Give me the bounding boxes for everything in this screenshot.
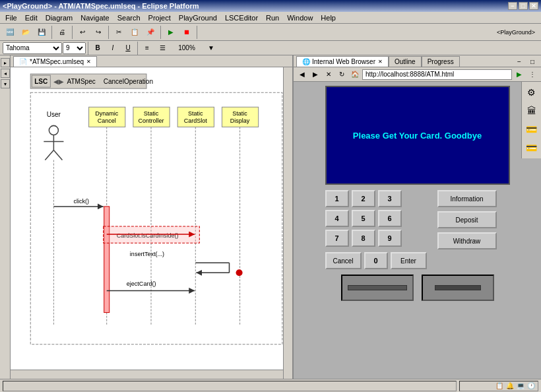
side-panel-btn-2[interactable]: ◂	[1, 69, 10, 78]
menu-window[interactable]: Window	[283, 13, 317, 22]
status-icon-1: 📋	[495, 382, 503, 389]
menu-playground[interactable]: PlayGround	[175, 13, 221, 22]
atm-cancel-button[interactable]: Cancel	[325, 252, 362, 269]
svg-text:ATMSpec: ATMSpec	[67, 78, 95, 85]
side-panel-btn-1[interactable]: ▸	[1, 58, 10, 67]
playground-icon[interactable]: <PlayGround>	[493, 26, 538, 39]
browser-menu-button[interactable]: ⋮	[526, 69, 538, 80]
font-family-select[interactable]: Tahoma	[3, 42, 62, 54]
browser-tab-close[interactable]: ✕	[378, 59, 383, 65]
align-center-button[interactable]: ☰	[155, 42, 170, 55]
atm-withdraw-label: Withdraw	[453, 238, 481, 245]
maximize-button[interactable]: □	[519, 2, 528, 10]
close-button[interactable]: ✕	[529, 2, 538, 10]
zoom-dropdown[interactable]: ▼	[204, 42, 218, 55]
browser-stop-button[interactable]: ✕	[323, 69, 334, 80]
svg-text:User: User	[47, 111, 61, 118]
browser-back-button[interactable]: ◀	[296, 69, 308, 80]
side-panel-btn-3[interactable]: ▾	[1, 79, 10, 88]
open-button[interactable]: 📂	[18, 26, 33, 39]
atm-information-button[interactable]: Information	[437, 190, 497, 207]
menu-search[interactable]: Search	[113, 13, 144, 22]
svg-text:Static: Static	[144, 110, 159, 117]
redo-button[interactable]: ↪	[91, 26, 106, 39]
menu-help[interactable]: Help	[317, 13, 340, 22]
svg-text:CardSlot: CardSlot	[184, 117, 208, 124]
browser-refresh-button[interactable]: ↻	[336, 69, 348, 80]
menu-project[interactable]: Project	[144, 13, 175, 22]
atm-key-1[interactable]: 1	[325, 190, 349, 207]
diagram-area: LSC ◀▶ ATMSpec CancelOperation User	[11, 67, 292, 379]
horizontal-scrollbar[interactable]	[11, 370, 283, 379]
run-button[interactable]: ▶	[164, 26, 178, 39]
underline-button[interactable]: U	[121, 42, 135, 55]
svg-text:CardSlot.isCardInside(): CardSlot.isCardInside()	[117, 232, 179, 239]
atm-deposit-button[interactable]: Deposit	[437, 211, 497, 228]
atm-screen-text: Please Get Your Card. Goodbye	[353, 131, 482, 141]
outline-tab[interactable]: Outline	[389, 56, 422, 67]
status-icon-3: 💻	[517, 382, 525, 389]
atm-key-2[interactable]: 2	[352, 190, 375, 207]
browser-forward-button[interactable]: ▶	[309, 69, 321, 80]
paste-button[interactable]: 📌	[143, 26, 158, 39]
browser-go-button[interactable]: ▶	[513, 69, 525, 80]
copy-button[interactable]: 📋	[127, 26, 142, 39]
browser-tab[interactable]: 🌐 Internal Web Browser ✕	[296, 56, 389, 67]
diagram-tab[interactable]: 📄 *ATMSpec.umlseq ✕	[13, 56, 97, 67]
atm-key-5[interactable]: 5	[352, 210, 375, 227]
atm-key-3[interactable]: 3	[378, 190, 402, 207]
atm-key-6[interactable]: 6	[378, 210, 402, 227]
zoom-100[interactable]: 100%	[170, 42, 203, 55]
editor-tab-bar: 📄 *ATMSpec.umlseq ✕	[11, 55, 292, 67]
undo-button[interactable]: ↩	[75, 26, 90, 39]
status-message	[3, 381, 457, 391]
panel-minimize-button[interactable]: −	[513, 56, 525, 67]
atm-zero-label: 0	[373, 257, 377, 265]
title-text: <PlayGround> - ATM/ATMSpec.umlseq - Ecli…	[3, 2, 199, 10]
atm-screen: Please Get Your Card. Goodbye	[325, 86, 510, 185]
menu-diagram[interactable]: Diagram	[42, 13, 77, 22]
svg-rect-30	[104, 207, 110, 313]
right-tab-bar: 🌐 Internal Web Browser ✕ Outline Progres…	[294, 55, 541, 67]
panel-maximize-button[interactable]: □	[526, 56, 538, 67]
browser-home-button[interactable]: 🏠	[349, 69, 361, 80]
menu-edit[interactable]: Edit	[21, 13, 42, 22]
atm-key-8[interactable]: 8	[352, 230, 375, 247]
atm-key-7[interactable]: 7	[325, 230, 349, 247]
menu-file[interactable]: File	[1, 13, 21, 22]
menu-navigate[interactable]: Navigate	[77, 13, 113, 22]
print-button[interactable]: 🖨	[55, 26, 69, 39]
url-bar[interactable]	[362, 69, 512, 80]
card-icon-2: 💳	[524, 140, 540, 156]
minimize-button[interactable]: −	[508, 2, 517, 10]
atm-card-slots	[341, 275, 494, 301]
svg-text:Static: Static	[232, 110, 247, 117]
atm-key-4[interactable]: 4	[325, 210, 349, 227]
toolbar-sep-5	[197, 26, 197, 39]
font-size-select[interactable]: 9	[63, 42, 86, 54]
browser-toolbar: ◀ ▶ ✕ ↻ 🏠 ▶ ⋮	[294, 67, 541, 82]
progress-tab[interactable]: Progress	[422, 56, 460, 67]
status-bar: 📋 🔔 💻 🕐	[0, 379, 541, 392]
italic-button[interactable]: I	[106, 42, 120, 55]
atm-key-9[interactable]: 9	[378, 230, 402, 247]
stop-button[interactable]: ⏹	[179, 26, 194, 39]
align-left-button[interactable]: ≡	[140, 42, 154, 55]
vertical-scrollbar[interactable]	[283, 67, 292, 379]
progress-tab-label: Progress	[428, 58, 454, 65]
atm-enter-button[interactable]: Enter	[391, 252, 427, 269]
bold-button[interactable]: B	[90, 42, 105, 55]
cut-button[interactable]: ✂	[111, 26, 126, 39]
status-icon-4: 🕐	[527, 382, 535, 389]
diagram-tab-close[interactable]: ✕	[86, 59, 91, 65]
menu-run[interactable]: Run	[262, 13, 283, 22]
save-button[interactable]: 💾	[34, 26, 49, 39]
new-button[interactable]: 🆕	[3, 26, 17, 39]
menu-bar: File Edit Diagram Navigate Search Projec…	[0, 12, 541, 24]
toolbar-sep-3	[108, 26, 109, 39]
menu-lsceditor[interactable]: LSCEditor	[221, 13, 262, 22]
atm-slot-inner-1	[348, 285, 407, 290]
atm-withdraw-button[interactable]: Withdraw	[437, 232, 497, 249]
gear-icon[interactable]: ⚙	[524, 84, 540, 100]
atm-zero-button[interactable]: 0	[364, 252, 388, 269]
